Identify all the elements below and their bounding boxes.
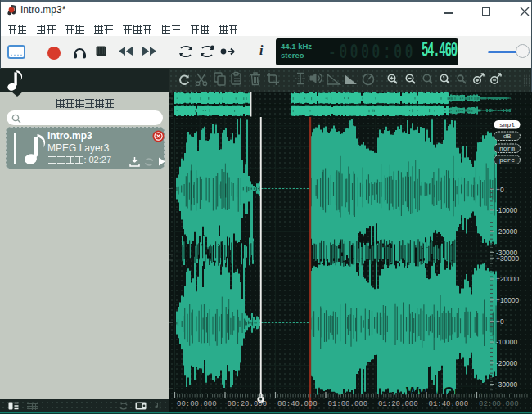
svg-text:01:00.000: 01:00.000 bbox=[328, 400, 368, 408]
svg-text:00:00.000: 00:00.000 bbox=[177, 400, 217, 408]
svg-text:02:00.000: 02:00.000 bbox=[479, 400, 519, 408]
svg-text:norm: norm bbox=[499, 145, 515, 152]
svg-text:perc: perc bbox=[499, 156, 515, 164]
svg-text:-10000: -10000 bbox=[496, 338, 517, 346]
svg-text:-20000: -20000 bbox=[496, 359, 517, 367]
svg-text:-30000: -30000 bbox=[496, 380, 517, 389]
svg-text:00:20.000: 00:20.000 bbox=[228, 400, 268, 408]
svg-text:+0: +0 bbox=[496, 317, 504, 326]
svg-text:00:40.000: 00:40.000 bbox=[277, 400, 318, 408]
svg-text:dB: dB bbox=[503, 133, 512, 140]
svg-text:smpl: smpl bbox=[499, 121, 515, 128]
svg-text:+30000: +30000 bbox=[496, 254, 520, 263]
svg-text:01:40.000: 01:40.000 bbox=[429, 400, 469, 408]
svg-text:-10000: -10000 bbox=[496, 206, 517, 214]
svg-text:+10000: +10000 bbox=[496, 296, 520, 304]
svg-text:+20000: +20000 bbox=[496, 275, 520, 283]
svg-text:+0: +0 bbox=[496, 186, 504, 194]
svg-text:-20000: -20000 bbox=[496, 227, 517, 236]
svg-text:01:20.000: 01:20.000 bbox=[378, 400, 418, 408]
